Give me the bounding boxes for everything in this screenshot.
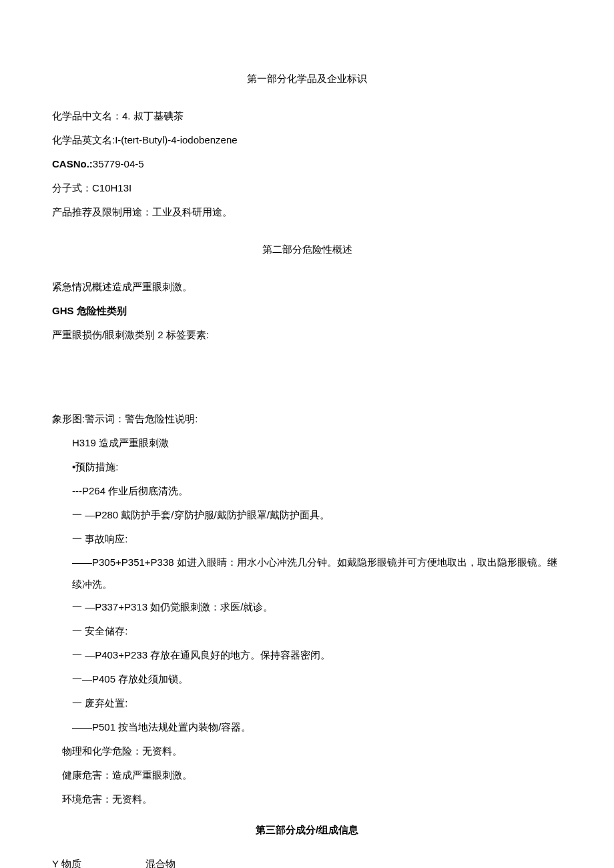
cas-value: 35779-04-5 (93, 158, 144, 169)
name-cn-label: 化学品中文名： (52, 110, 122, 121)
use-value: 工业及科研用途。 (152, 206, 232, 218)
p501-line: ——P501 按当地法规处置内装物/容器。 (52, 715, 562, 739)
substance-row: Y 物质 混合物 (52, 852, 562, 868)
p337-line: 一 —P337+P313 如仍觉眼刺激：求医/就诊。 (52, 595, 562, 619)
section3-title: 第三部分成分/组成信息 (52, 818, 562, 842)
name-en-label: 化学品英文名: (52, 134, 115, 145)
emergency-line: 紧急情况概述造成严重眼刺激。 (52, 275, 562, 299)
h319-line: H319 造成严重眼刺激 (52, 431, 562, 455)
env-line: 环境危害：无资料。 (52, 787, 562, 811)
document-page: 第一部分化学品及企业标识 化学品中文名：4. 叔丁基碘茶 化学品英文名:I-(t… (0, 0, 614, 868)
phys-chem-line: 物理和化学危险：无资料。 (52, 739, 562, 763)
p280-line: 一 —P280 戴防护手套/穿防护服/戴防护眼罩/戴防护面具。 (52, 503, 562, 527)
pictogram-line: 象形图:警示词：警告危险性说明: (52, 407, 562, 431)
use-label: 产品推荐及限制用途： (52, 206, 152, 218)
section2-title: 第二部分危险性概述 (52, 238, 562, 262)
cas-label: CASNo.: (52, 158, 93, 169)
formula-label: 分子式： (52, 182, 92, 193)
storage-title: 一 安全储存: (52, 619, 562, 643)
use-line: 产品推荐及限制用途：工业及科研用途。 (52, 200, 562, 224)
p405-line: 一—P405 存放处须加锁。 (52, 667, 562, 691)
accident-title: 一 事故响应: (52, 527, 562, 551)
cas-line: CASNo.:35779-04-5 (52, 152, 562, 176)
name-cn-line: 化学品中文名：4. 叔丁基碘茶 (52, 104, 562, 128)
p305-line: ——P305+P351+P338 如进入眼睛：用水小心冲洗几分钟。如戴隐形眼镜并… (52, 551, 562, 595)
health-line: 健康危害：造成严重眼刺激。 (52, 763, 562, 787)
substance-label: Y 物质 (52, 852, 145, 868)
mixture-label: 混合物 (145, 852, 176, 868)
section1-title: 第一部分化学品及企业标识 (52, 67, 562, 91)
name-cn-value: 4. 叔丁基碘茶 (122, 110, 184, 121)
p264-line: ---P264 作业后彻底清洗。 (52, 479, 562, 503)
formula-value: C10H13I (92, 182, 131, 193)
name-en-value: I-(tert-Butyl)-4-iodobenzene (115, 134, 237, 145)
formula-line: 分子式：C10H13I (52, 176, 562, 200)
p403-line: 一 —P403+P233 存放在通风良好的地方。保持容器密闭。 (52, 643, 562, 667)
disposal-title: 一 废弃处置: (52, 691, 562, 715)
ghs-title: GHS 危险性类别 (52, 299, 562, 323)
ghs-line: 严重眼损伤/眼刺激类别 2 标签要素: (52, 323, 562, 347)
prevention-title: •预防措施: (52, 455, 562, 479)
name-en-line: 化学品英文名:I-(tert-Butyl)-4-iodobenzene (52, 128, 562, 152)
